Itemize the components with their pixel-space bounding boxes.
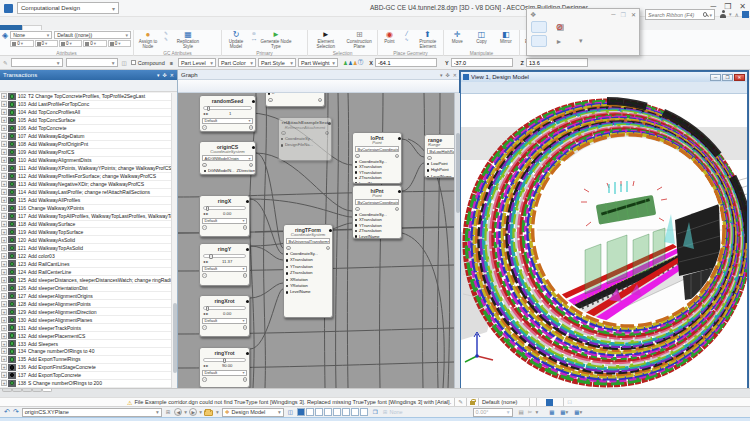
line-icon[interactable]: ╱ [401, 31, 412, 36]
element-selection-button[interactable]: ►Element Selection [310, 31, 342, 50]
expand-icon[interactable]: + [1, 237, 7, 243]
transaction-row[interactable]: + 107 Add WalkwayEdgeDatum [0, 133, 172, 141]
expand-icon[interactable]: + [1, 309, 7, 315]
collapse-icon[interactable]: ⌄ [326, 246, 331, 251]
transaction-row[interactable]: + 108 Add WalkwayProfOriginPnt [0, 141, 172, 149]
transaction-row[interactable]: + 120 Add WalkwayAsSolid [0, 236, 172, 244]
attribute-mini-dropdown[interactable]: 0▾ [83, 40, 106, 47]
expand-icon[interactable]: + [1, 189, 7, 195]
expand-icon[interactable]: + [1, 333, 7, 339]
expand-icon[interactable]: + [1, 380, 7, 386]
attribute-mini-dropdown[interactable]: 0▾ [10, 40, 33, 47]
slider[interactable] [203, 106, 252, 110]
expand-icon[interactable]: + [1, 245, 7, 251]
view-toggle[interactable] [315, 408, 323, 416]
user-icon[interactable] [720, 10, 726, 18]
expand-icon[interactable]: + [1, 301, 7, 307]
collapse-icon[interactable]: ⌄ [202, 273, 207, 278]
grid-icon[interactable]: ▦ [549, 409, 554, 415]
view-toggle[interactable] [324, 408, 332, 416]
transaction-row[interactable]: + 106 Add TopConcrete [0, 125, 172, 133]
expand-icon[interactable]: + [1, 205, 7, 211]
panel-tab[interactable] [32, 389, 42, 392]
transaction-row[interactable]: + 125 Add sleeperDistances, sleeperDista… [0, 276, 172, 284]
transaction-row[interactable]: + 130 Add sleeperAlignmentPlanes [0, 316, 172, 324]
output-port[interactable] [246, 200, 249, 203]
slider[interactable] [203, 358, 246, 362]
stepper[interactable]: ◂ ▸ [203, 363, 208, 368]
part-color-dropdown[interactable]: Part Color▾ [218, 58, 256, 67]
chevron-down-icon[interactable]: ▾ [184, 409, 187, 415]
expand-icon[interactable]: + [1, 101, 7, 107]
move-button[interactable]: ✛Move [446, 31, 468, 50]
named-expression-dropdown[interactable]: ▾ [11, 58, 63, 67]
secondary-dropdown[interactable]: ▾ [66, 58, 118, 67]
output-port[interactable] [252, 100, 255, 103]
expand-icon[interactable]: + [1, 253, 7, 259]
transaction-row[interactable]: + 131 Add sleeperTrackPoints [0, 324, 172, 332]
output-port[interactable] [329, 229, 332, 232]
input-port[interactable]: LevelName [353, 234, 401, 239]
plane-icon[interactable]: ⊞ [166, 409, 171, 415]
scrollbar-thumb[interactable] [173, 303, 177, 373]
collapse-icon[interactable]: ⌄ [249, 125, 254, 130]
preset-dropdown[interactable]: Default▾ [202, 218, 247, 224]
dock-icon[interactable]: ▾ [440, 72, 443, 78]
input-port[interactable]: DGNModelN... [202, 168, 235, 174]
transaction-row[interactable]: + 113 Add WalkwayNegativeXDir; change Wa… [0, 181, 172, 189]
expand-icon[interactable]: + [1, 229, 7, 235]
expand-icon[interactable]: + [1, 173, 7, 179]
collapse-icon[interactable]: ⌄ [427, 156, 432, 161]
transaction-row[interactable]: + 102 T2 Change TopConcreteProfiles, Top… [0, 93, 172, 101]
collapse-icon[interactable]: ⌄ [268, 98, 273, 103]
redo-icon[interactable]: ↷ [13, 408, 19, 416]
graph-node-lopnt[interactable]: loPnt Point ByCartesianCoordinates▾ ⌄⌄ C… [352, 132, 402, 184]
attribute-mini-dropdown[interactable]: 0▾ [59, 40, 82, 47]
collapse-icon[interactable]: ⌄ [202, 325, 207, 330]
link-icon[interactable]: ⊶ [250, 37, 258, 42]
stepper[interactable]: ◂ ▸ [203, 111, 208, 116]
construction-plane-button[interactable]: ⊞Construction Plane [344, 31, 376, 50]
transaction-row[interactable]: + 132 Add sleeperPlacementCS [0, 332, 172, 340]
y-coordinate-input[interactable] [451, 58, 513, 67]
template-dropdown[interactable]: Default ((none))▾ [54, 31, 131, 39]
expand-icon[interactable]: + [1, 364, 7, 370]
transaction-row[interactable]: + 122 Add color03 [0, 252, 172, 260]
slider[interactable] [203, 254, 246, 258]
transaction-row[interactable]: + 103 Add LastProfileForTopConc [0, 101, 172, 109]
graph-node-ringy[interactable]: ringY ◂ ▸11.37 Default▾ ⌄⌄ [199, 243, 250, 286]
expand-icon[interactable]: + [1, 317, 7, 323]
stepper[interactable]: ◂ ▸ [203, 211, 208, 216]
expand-icon[interactable]: + [1, 372, 7, 378]
stepper[interactable]: ◂ ▸ [203, 311, 208, 316]
dock-icon[interactable]: ▾ [157, 72, 160, 78]
sheets-icon[interactable]: ❒ [373, 409, 378, 415]
accudraw-plane-dropdown[interactable]: originCS.XYPlane▾ [22, 408, 162, 417]
transaction-row[interactable]: + 138 S Change numberOfRings to 200 [0, 380, 172, 388]
chevron-down-icon[interactable]: ▾ [199, 409, 202, 415]
transaction-row[interactable]: + 123 Add RailCantLines [0, 260, 172, 268]
expand-icon[interactable]: + [1, 261, 7, 267]
view-toggle[interactable] [306, 408, 314, 416]
print-icon[interactable]: ▤ [519, 409, 524, 415]
search-input[interactable] [648, 12, 701, 18]
match-icon[interactable]: ≡ [170, 60, 173, 66]
pin-icon[interactable]: ✜ [163, 72, 167, 78]
compound-checkbox[interactable]: Compound [131, 60, 165, 66]
transaction-row[interactable]: + 121 Add WalkwayTopAsSolid [0, 244, 172, 252]
output-port[interactable] [398, 190, 401, 193]
transaction-row[interactable]: + 105 Add TopConcSurface [0, 117, 172, 125]
panel-tab[interactable] [2, 389, 12, 392]
expand-icon[interactable]: + [1, 277, 7, 283]
output-port[interactable] [328, 122, 331, 125]
expand-icon[interactable]: + [1, 325, 7, 331]
collapse-icon[interactable]: ⌄ [249, 163, 254, 168]
expand-icon[interactable]: + [1, 348, 7, 354]
transaction-row[interactable]: + 112 Add WalkwayProfilesForSurface; cha… [0, 173, 172, 181]
collapse-icon[interactable]: ⌄ [355, 207, 360, 212]
transaction-row[interactable]: + 126 Add sleeperOrientationDist [0, 284, 172, 292]
transaction-row[interactable]: + 110 Add WalkwayAlignmentDists [0, 157, 172, 165]
technique-dropdown[interactable]: ByUniversalTransform▾ [286, 238, 330, 244]
view-toggle[interactable] [351, 408, 359, 416]
pencil-icon[interactable]: ✎ [162, 37, 170, 42]
